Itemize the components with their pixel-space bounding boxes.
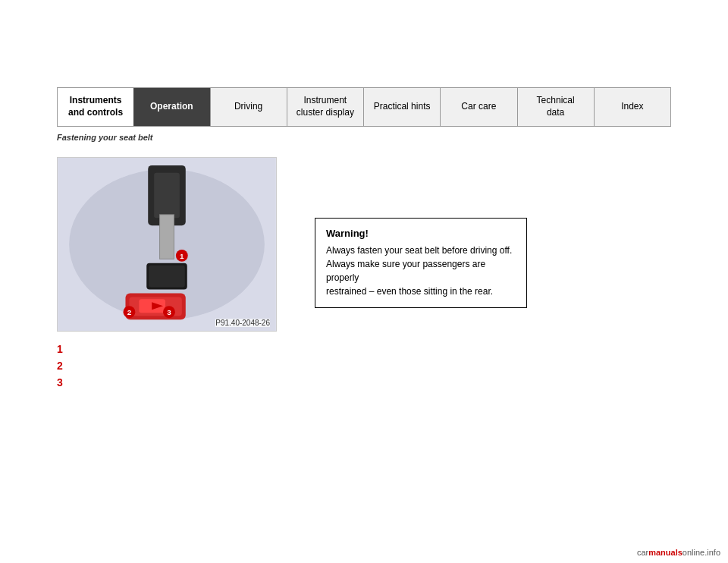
- svg-rect-5: [160, 215, 174, 258]
- nav-label-instrument-cluster: Instrument cluster display: [297, 95, 354, 118]
- nav-label-car-care: Car care: [461, 101, 496, 113]
- image-reference: P91.40-2048-26: [215, 319, 270, 327]
- nav-item-car-care[interactable]: Car care: [441, 88, 517, 126]
- nav-label-driving: Driving: [234, 101, 262, 113]
- svg-text:2: 2: [127, 308, 132, 316]
- right-column: Warning! Always fasten your seat belt be…: [315, 157, 671, 393]
- content-area: 1 2 3 P91.40-2048-26 1: [57, 157, 671, 393]
- svg-text:1: 1: [180, 252, 184, 260]
- numbered-item-2: 2: [57, 360, 292, 372]
- item-number-3: 3: [57, 376, 72, 388]
- nav-item-instrument-cluster[interactable]: Instrument cluster display: [287, 88, 364, 126]
- numbered-items-list: 1 2 3: [57, 343, 292, 388]
- nav-label-technical-data: Technical data: [537, 95, 575, 118]
- left-column: 1 2 3 P91.40-2048-26 1: [57, 157, 292, 393]
- nav-label-index: Index: [621, 101, 643, 113]
- nav-item-technical-data[interactable]: Technical data: [518, 88, 595, 126]
- warning-box: Warning! Always fasten your seat belt be…: [315, 218, 527, 308]
- seatbelt-image: 1 2 3 P91.40-2048-26: [57, 157, 277, 332]
- numbered-item-3: 3: [57, 376, 292, 388]
- warning-text: Always fasten your seat belt before driv…: [326, 244, 516, 298]
- nav-item-driving[interactable]: Driving: [211, 88, 287, 126]
- nav-label-instruments: Instruments and controls: [68, 95, 123, 118]
- warning-title: Warning!: [326, 228, 516, 239]
- svg-text:3: 3: [167, 308, 171, 316]
- nav-item-instruments[interactable]: Instruments and controls: [58, 88, 133, 126]
- svg-rect-7: [149, 266, 185, 288]
- page-subtitle: Fastening your seat belt: [57, 133, 671, 142]
- nav-item-operation[interactable]: Operation: [133, 88, 210, 126]
- nav-label-practical-hints: Practical hints: [374, 101, 431, 113]
- navigation-bar: Instruments and controls Operation Drivi…: [57, 87, 671, 127]
- item-number-2: 2: [57, 360, 72, 372]
- footer-watermark: carmanualsonline.info: [637, 548, 720, 557]
- nav-label-operation: Operation: [150, 101, 193, 113]
- nav-item-index[interactable]: Index: [595, 88, 670, 126]
- nav-item-practical-hints[interactable]: Practical hints: [364, 88, 441, 126]
- item-number-1: 1: [57, 343, 72, 355]
- numbered-item-1: 1: [57, 343, 292, 355]
- svg-rect-3: [154, 173, 180, 218]
